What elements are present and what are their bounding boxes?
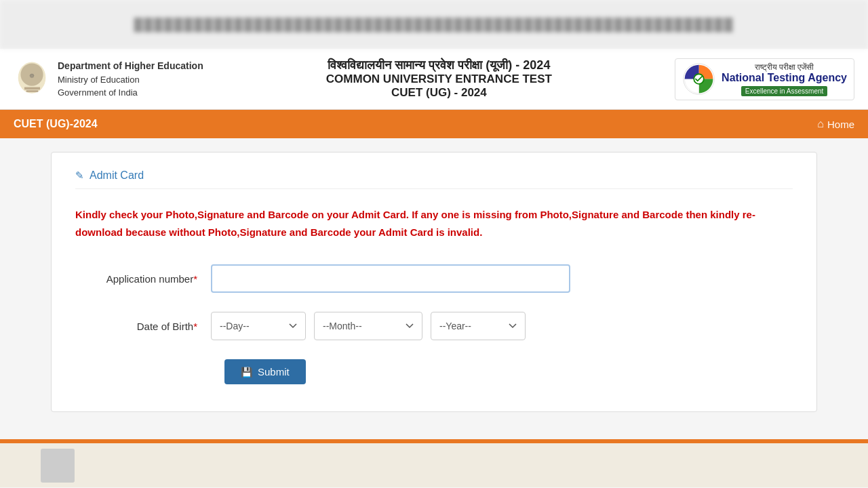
hindi-title: विश्वविद्यालयीन सामान्य प्रवेश परीक्षा (… — [203, 58, 675, 73]
navbar: CUET (UG)-2024 ⌂ Home — [0, 110, 868, 138]
year-select[interactable]: --Year-- — [431, 312, 526, 340]
svg-rect-2 — [24, 87, 40, 89]
header-right: राष्ट्रीय परीक्षा एजेंसी National Testin… — [675, 58, 854, 100]
admit-card-panel: ✎ Admit Card Kindly check your Photo,Sig… — [51, 152, 817, 412]
admit-card-title: Admit Card — [90, 169, 144, 182]
home-icon: ⌂ — [817, 118, 824, 130]
top-banner: ████████████████████████████████████████… — [0, 0, 868, 49]
nta-english-name: National Testing Agency — [722, 72, 847, 84]
govt-name: Government of India — [58, 86, 203, 100]
main-content: ✎ Admit Card Kindly check your Photo,Sig… — [0, 138, 868, 426]
bottom-area — [0, 443, 868, 487]
dept-name: Department of Higher Education — [58, 59, 203, 73]
submit-icon: 💾 — [241, 367, 252, 378]
dob-selects: --Day-- --Month-- --Year-- — [211, 312, 526, 340]
navbar-brand: CUET (UG)-2024 — [14, 118, 98, 130]
svg-rect-3 — [26, 90, 39, 92]
nta-excellence: Excellence in Assessment — [741, 86, 828, 96]
svg-text:☸: ☸ — [29, 72, 35, 79]
emblem-icon: ☸ — [14, 59, 51, 100]
header-org-info: Department of Higher Education Ministry … — [58, 59, 203, 100]
application-number-input[interactable] — [211, 264, 570, 293]
card-header: ✎ Admit Card — [75, 169, 793, 189]
eng-title1: COMMON UNIVERSITY ENTRANCE TEST — [203, 73, 675, 86]
header: ☸ Department of Higher Education Ministr… — [0, 49, 868, 110]
home-label: Home — [827, 119, 854, 130]
nta-logo-icon — [682, 62, 716, 96]
nta-logo: राष्ट्रीय परीक्षा एजेंसी National Testin… — [675, 58, 854, 100]
bottom-logo — [41, 449, 75, 483]
navbar-home-link[interactable]: ⌂ Home — [817, 118, 854, 130]
nta-hindi-name: राष्ट्रीय परीक्षा एजेंसी — [722, 62, 847, 72]
edit-icon: ✎ — [75, 169, 84, 182]
top-banner-text: ████████████████████████████████████████… — [134, 18, 734, 32]
submit-row: 💾 Submit — [224, 359, 793, 384]
header-left: ☸ Department of Higher Education Ministr… — [14, 59, 203, 100]
application-number-row: Application number* — [75, 264, 793, 293]
eng-title2: CUET (UG) - 2024 — [203, 86, 675, 100]
submit-label: Submit — [258, 366, 290, 378]
dob-row: Date of Birth* --Day-- --Month-- --Year-… — [75, 312, 793, 340]
month-select[interactable]: --Month-- — [314, 312, 422, 340]
ministry-name: Ministry of Education — [58, 73, 203, 87]
required-marker: * — [193, 273, 197, 285]
submit-button[interactable]: 💾 Submit — [224, 359, 306, 384]
dob-required-marker: * — [193, 321, 197, 332]
header-center: विश्वविद्यालयीन सामान्य प्रवेश परीक्षा (… — [203, 58, 675, 100]
application-number-label: Application number* — [75, 273, 211, 285]
day-select[interactable]: --Day-- — [211, 312, 306, 340]
nta-text: राष्ट्रीय परीक्षा एजेंसी National Testin… — [722, 62, 847, 96]
warning-message: Kindly check your Photo,Signature and Ba… — [75, 206, 793, 241]
dob-label: Date of Birth* — [75, 321, 211, 332]
